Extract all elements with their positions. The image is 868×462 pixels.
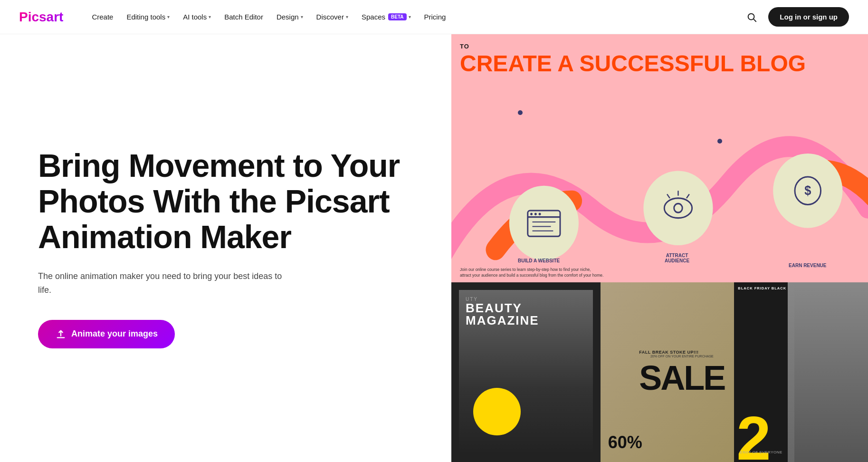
chevron-down-icon: ▾ bbox=[409, 14, 411, 19]
magazine-yellow-circle bbox=[473, 388, 521, 435]
svg-text:$: $ bbox=[804, 183, 811, 197]
blog-title-text: CREATE A SUCCESSFUL BLOG bbox=[460, 52, 859, 76]
nav-label-design: Design bbox=[277, 13, 299, 21]
beta-badge: BETA bbox=[388, 13, 406, 20]
step-label-1: BUILD A WEBSITE bbox=[518, 258, 560, 263]
sale-promo-sub: 20% OFF ON YOUR ENTIRE PURCHASE bbox=[639, 355, 725, 358]
hero-left: Bring Movement to Your Photos With the P… bbox=[0, 34, 451, 462]
sale-text-overlay: FALL BREAK STOKE UP!!! 20% OFF ON YOUR E… bbox=[639, 350, 725, 395]
blackfriday-card: BLACK FRIDAY BLACK FRIDAY 2 ENVY OF EVER… bbox=[734, 282, 868, 462]
nav-item-spaces[interactable]: Spaces BETA ▾ bbox=[356, 9, 417, 25]
svg-point-2 bbox=[509, 185, 579, 260]
nav-item-pricing[interactable]: Pricing bbox=[419, 9, 452, 25]
magazine-title: BEAUTY MAGAZINE bbox=[466, 302, 593, 327]
nav-links: Create Editing tools ▾ AI tools ▾ Batch … bbox=[86, 9, 743, 25]
main-content: Bring Movement to Your Photos With the P… bbox=[0, 34, 868, 462]
sale-promo-text: FALL BREAK STOKE UP!!! bbox=[639, 350, 725, 355]
chevron-down-icon: ▾ bbox=[346, 14, 348, 19]
svg-point-7 bbox=[530, 212, 533, 215]
nav-label-ai-tools: AI tools bbox=[183, 13, 207, 21]
image-collage: TO CREATE A SUCCESSFUL BLOG bbox=[451, 34, 868, 462]
svg-line-1 bbox=[754, 19, 756, 21]
collage-bottom: uTY BEAUTY MAGAZINE FALL BREAK STOKE UP!… bbox=[451, 282, 868, 462]
nav-label-spaces: Spaces bbox=[362, 13, 385, 21]
nav-label-create: Create bbox=[92, 13, 113, 21]
hero-subtitle: The online animation maker you need to b… bbox=[38, 270, 285, 297]
nav-item-batch-editor[interactable]: Batch Editor bbox=[219, 9, 269, 25]
nav-label-pricing: Pricing bbox=[424, 13, 446, 21]
nav-right: Log in or sign up bbox=[743, 7, 849, 27]
nav-item-design[interactable]: Design ▾ bbox=[271, 9, 309, 25]
blog-description: Join our online course series to learn s… bbox=[460, 267, 859, 279]
nav-item-create[interactable]: Create bbox=[86, 9, 119, 25]
animate-button[interactable]: Animate your images bbox=[38, 320, 175, 348]
blog-title: TO CREATE A SUCCESSFUL BLOG bbox=[460, 43, 859, 76]
animate-button-label: Animate your images bbox=[71, 329, 158, 339]
magazine-text-overlay: uTY BEAUTY MAGAZINE bbox=[466, 297, 593, 327]
search-icon bbox=[746, 12, 757, 22]
magazine-overlay: uTY BEAUTY MAGAZINE bbox=[459, 290, 593, 454]
nav-item-discover[interactable]: Discover ▾ bbox=[311, 9, 354, 25]
svg-point-3 bbox=[643, 171, 713, 245]
chevron-down-icon: ▾ bbox=[167, 14, 170, 19]
hero-title: Bring Movement to Your Photos With the P… bbox=[38, 148, 423, 254]
upload-icon bbox=[55, 328, 67, 340]
svg-point-8 bbox=[534, 212, 537, 215]
sale-card: FALL BREAK STOKE UP!!! 20% OFF ON YOUR E… bbox=[601, 282, 734, 462]
login-button[interactable]: Log in or sign up bbox=[768, 7, 849, 27]
sale-discount: 60% bbox=[608, 433, 642, 452]
chevron-down-icon: ▾ bbox=[301, 14, 303, 19]
nav-label-editing-tools: Editing tools bbox=[126, 13, 165, 21]
sale-label: SALE bbox=[639, 361, 725, 395]
envy-text: ENVY OF EVERYONE bbox=[740, 450, 782, 454]
svg-point-9 bbox=[539, 212, 541, 215]
logo-text: Picsart bbox=[19, 10, 63, 24]
bf-person-silhouette bbox=[794, 282, 868, 462]
chevron-down-icon: ▾ bbox=[209, 14, 211, 19]
nav-label-discover: Discover bbox=[316, 13, 344, 21]
nav-label-batch-editor: Batch Editor bbox=[224, 13, 263, 21]
hero-right: TO CREATE A SUCCESSFUL BLOG bbox=[451, 34, 868, 462]
nav-item-ai-tools[interactable]: AI tools ▾ bbox=[177, 9, 217, 25]
magazine-card: uTY BEAUTY MAGAZINE bbox=[451, 282, 601, 462]
nav-item-editing-tools[interactable]: Editing tools ▾ bbox=[121, 9, 175, 25]
step-label-2: ATTRACT AUDIENCE bbox=[656, 253, 698, 263]
collage-top: TO CREATE A SUCCESSFUL BLOG bbox=[451, 34, 868, 282]
navigation: Picsart Create Editing tools ▾ AI tools … bbox=[0, 0, 868, 34]
search-button[interactable] bbox=[743, 8, 761, 26]
logo[interactable]: Picsart bbox=[19, 10, 63, 25]
